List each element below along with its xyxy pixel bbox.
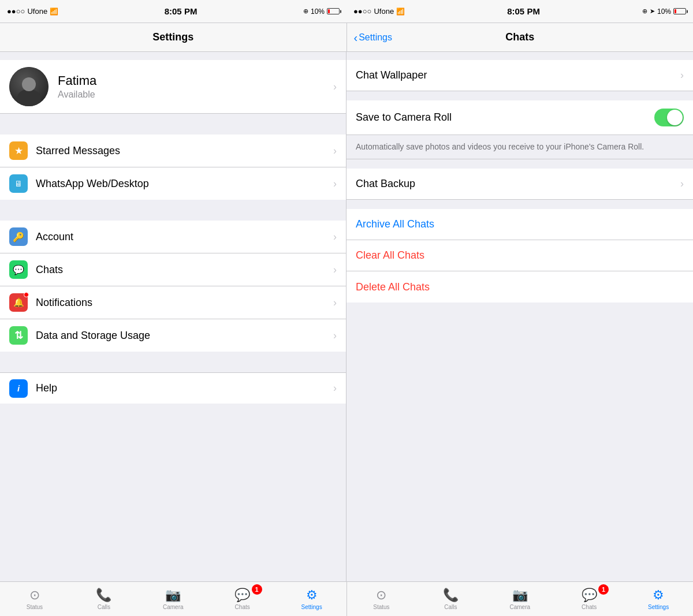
left-scroll: Fatima Available › ★ Starred Messages › … — [0, 52, 346, 581]
chats-icon-left: 💬 — [234, 588, 250, 603]
right-divider-3 — [346, 200, 693, 209]
profile-section[interactable]: Fatima Available › — [0, 60, 346, 114]
help-label: Help — [36, 382, 329, 394]
right-arrow-icon: ➤ — [650, 8, 655, 15]
camera-icon-right: 📷 — [512, 588, 528, 603]
right-nav-header: ‹ Settings Chats — [347, 23, 694, 51]
back-label: Settings — [359, 32, 392, 43]
tab-camera-right[interactable]: 📷 Camera — [485, 582, 554, 616]
main-content: Fatima Available › ★ Starred Messages › … — [0, 52, 693, 581]
right-top-gap — [346, 52, 693, 60]
settings-title: Settings — [152, 31, 193, 43]
tab-status-right[interactable]: ⊙ Status — [347, 582, 416, 616]
chats-icon-right: 💬 — [582, 588, 597, 603]
chats-badge-right: 1 — [598, 584, 609, 595]
chats-title: Chats — [505, 31, 534, 43]
tab-camera-left[interactable]: 📷 Camera — [139, 582, 208, 616]
chat-backup-item[interactable]: Chat Backup › — [346, 169, 693, 200]
chats-item[interactable]: 💬 Chats › — [0, 253, 346, 286]
camera-label-right: Camera — [509, 604, 530, 610]
tab-settings-right[interactable]: ⚙ Settings — [624, 582, 693, 616]
chats-chevron-icon: › — [333, 264, 337, 276]
tab-status-left[interactable]: ⊙ Status — [0, 582, 69, 616]
left-status-bar: ●●○○ Ufone 📶 8:05 PM ⊕ 10% — [0, 0, 346, 23]
notifications-item[interactable]: 🔔 Notifications › — [0, 286, 346, 319]
left-battery-pct: 10% — [311, 8, 325, 16]
nav-headers: Settings ‹ Settings Chats — [0, 23, 693, 52]
save-camera-roll-toggle[interactable] — [654, 109, 684, 126]
status-label-right: Status — [373, 604, 389, 610]
save-camera-roll-label: Save to Camera Roll — [356, 111, 654, 124]
save-camera-roll-desc-text: Automatically save photos and videos you… — [356, 142, 644, 151]
save-camera-roll-item[interactable]: Save to Camera Roll — [346, 100, 693, 135]
profile-name: Fatima — [58, 73, 333, 88]
left-nav-header: Settings — [0, 23, 347, 51]
right-battery-icon — [673, 8, 686, 14]
chat-backup-label: Chat Backup — [356, 178, 680, 190]
left-wifi-icon: 📶 — [50, 8, 58, 16]
section-gap-3 — [0, 352, 346, 372]
starred-chevron-icon: › — [333, 145, 337, 157]
camera-label-left: Camera — [163, 604, 184, 610]
delete-all-chats-item[interactable]: Delete All Chats — [346, 271, 693, 303]
status-label-left: Status — [27, 604, 43, 610]
help-chevron-icon: › — [333, 382, 337, 394]
right-carrier: Ufone — [374, 7, 394, 16]
right-signal: ●●○○ Ufone 📶 — [353, 7, 405, 16]
right-divider-2 — [346, 159, 693, 169]
right-divider-1 — [346, 91, 693, 100]
profile-chevron-icon: › — [333, 81, 337, 93]
tab-chats-right[interactable]: 1 💬 Chats — [554, 582, 624, 616]
starred-messages-item[interactable]: ★ Starred Messages › — [0, 135, 346, 167]
tab-chats-left[interactable]: 1 💬 Chats — [208, 582, 277, 616]
delete-all-chats-label: Delete All Chats — [356, 281, 430, 293]
pre-profile-gap — [0, 52, 346, 60]
tab-calls-right[interactable]: 📞 Calls — [416, 582, 485, 616]
section-gap-2 — [0, 200, 346, 221]
settings-list-1: ★ Starred Messages › 🖥 WhatsApp Web/Desk… — [0, 135, 346, 200]
right-battery-area: ⊕ ➤ 10% — [642, 8, 686, 16]
camera-icon-left: 📷 — [165, 588, 181, 603]
calls-icon-right: 📞 — [443, 588, 459, 603]
archive-all-chats-item[interactable]: Archive All Chats — [346, 209, 693, 240]
right-battery-pct: 10% — [657, 8, 671, 16]
tab-settings-left[interactable]: ⚙ Settings — [277, 582, 346, 616]
account-item[interactable]: 🔑 Account › — [0, 221, 346, 253]
data-storage-chevron-icon: › — [333, 330, 337, 342]
left-battery-area: ⊕ 10% — [303, 8, 340, 16]
calls-label-right: Calls — [444, 604, 457, 610]
profile-info: Fatima Available — [58, 73, 333, 100]
help-icon: i — [9, 379, 28, 398]
chats-label: Chats — [36, 264, 329, 276]
clear-all-chats-item[interactable]: Clear All Chats — [346, 240, 693, 271]
profile-status: Available — [58, 89, 333, 100]
right-time: 8:05 PM — [507, 6, 540, 16]
chat-wallpaper-item[interactable]: Chat Wallpaper › — [346, 60, 693, 91]
settings-label-left: Settings — [301, 604, 322, 610]
status-icon-left: ⊙ — [29, 588, 40, 603]
data-storage-item[interactable]: ⇅ Data and Storage Usage › — [0, 319, 346, 352]
settings-label-right: Settings — [648, 604, 669, 610]
clear-all-chats-label: Clear All Chats — [356, 249, 424, 262]
back-button[interactable]: ‹ Settings — [354, 32, 392, 43]
toggle-knob — [667, 110, 683, 125]
status-icon-right: ⊙ — [376, 588, 386, 603]
chats-label-left: Chats — [235, 604, 250, 610]
left-location-icon: ⊕ — [303, 8, 308, 15]
help-item-partial[interactable]: i Help › — [0, 372, 346, 404]
left-battery-icon — [327, 8, 340, 14]
account-icon: 🔑 — [9, 227, 28, 246]
right-panel: Chat Wallpaper › Save to Camera Roll Aut… — [346, 52, 693, 581]
chats-badge-left: 1 — [252, 584, 262, 595]
avatar-face — [9, 67, 49, 106]
whatsapp-web-item[interactable]: 🖥 WhatsApp Web/Desktop › — [0, 167, 346, 200]
tab-calls-left[interactable]: 📞 Calls — [69, 582, 139, 616]
calls-icon-left: 📞 — [96, 588, 111, 603]
archive-all-chats-label: Archive All Chats — [356, 218, 434, 230]
starred-icon: ★ — [9, 141, 28, 160]
save-camera-roll-description: Automatically save photos and videos you… — [346, 135, 693, 159]
left-panel: Fatima Available › ★ Starred Messages › … — [0, 52, 346, 581]
avatar — [9, 67, 49, 106]
data-storage-label: Data and Storage Usage — [36, 330, 329, 342]
right-signal-dots: ●●○○ — [353, 7, 371, 16]
